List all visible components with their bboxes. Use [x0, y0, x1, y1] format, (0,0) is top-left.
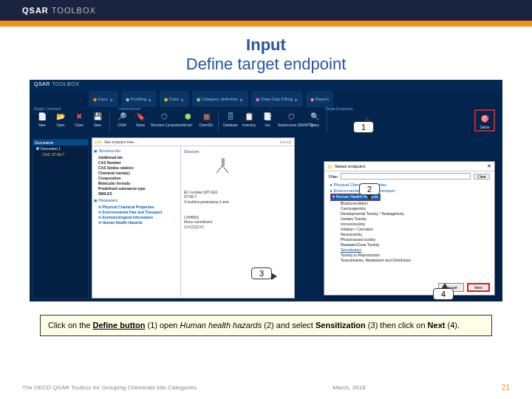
tree-item[interactable]: ⊞ Environmental Fate and Transport: [94, 209, 179, 214]
tree-item[interactable]: ⊞ Ecotoxicological Information: [94, 214, 179, 219]
wf-step-report[interactable]: ⬣ Report: [306, 91, 333, 107]
toolbar: 📄New 📂Open ✖Close 💾Save 🔎CAS# 🔖Name ⬡Str…: [34, 109, 495, 134]
tool-sep-1: [109, 109, 110, 132]
tool-open[interactable]: 📂Open: [52, 109, 69, 127]
endpoint-item[interactable]: Photoinduced toxicity: [341, 237, 488, 242]
tree-item[interactable]: Additional Ids: [94, 154, 179, 160]
tree-item[interactable]: Molecular formula: [94, 180, 179, 185]
callout-2: 2: [359, 183, 380, 195]
folder-icon: ▸📁: [95, 140, 102, 144]
endpoint-item[interactable]: Toxicity to Reproduction: [341, 253, 488, 258]
app-logo: QSAR TOOLBOX: [34, 81, 79, 86]
title-sub: Define target endpoint: [0, 55, 532, 74]
dialog-close-button[interactable]: ✕: [487, 163, 491, 169]
clear-button[interactable]: Clear: [474, 174, 490, 180]
callout-4: 4: [433, 288, 454, 300]
panel-breadcrumb: ▸📁 See endpoint tree… [struct]: [92, 138, 294, 146]
filter-label: Filter: [329, 174, 338, 179]
tool-close[interactable]: ✖Close: [71, 109, 87, 127]
tree-item[interactable]: Chemical name(s): [94, 170, 179, 175]
workflow-row: ⬣ Input▶ ⬣ Profiling▶ ⬣ Data▶ ⬣ Category…: [89, 91, 495, 107]
tree-doc-1[interactable]: Document 1: [33, 146, 88, 151]
wf-step-category[interactable]: ⬣ Category definition▶: [192, 91, 249, 107]
folder-icon: 📁: [327, 164, 332, 169]
tree-cas-1[interactable]: CAS: 57-06-7: [33, 151, 88, 157]
app-titlebar: [30, 80, 502, 90]
title-main: Input: [0, 35, 532, 55]
tool-sep-2: [218, 109, 219, 132]
endpoint-item[interactable]: Neurotoxicity: [341, 232, 488, 237]
tool-substructure[interactable]: ⬡Substructure (SMARTS): [278, 109, 304, 127]
tool-inventory[interactable]: 📋Inventory: [241, 109, 257, 127]
dialog-titlebar: 📁 Select endpoint ✕: [324, 162, 494, 171]
endpoint-item[interactable]: Irritation / Corrosion: [341, 227, 488, 232]
tree-item[interactable]: SMILES: [94, 191, 179, 196]
brand-prefix: QSAR: [22, 6, 49, 15]
instruction-box: Click on the Define button (1) open Huma…: [40, 315, 492, 336]
filter-input[interactable]: [341, 173, 471, 180]
tool-list[interactable]: 📑List: [259, 109, 276, 127]
svg-line-0: [216, 166, 222, 173]
tool-new[interactable]: 📄New: [34, 109, 50, 127]
tool-smart[interactable]: ⬢Smart: [180, 109, 196, 127]
slide-footer: The OECD QSAR Toolbox for Grouping Chemi…: [0, 383, 532, 392]
documents-panel: Documents Document 1 CAS: 57-06-7: [33, 139, 89, 299]
tree-root-eft[interactable]: ▸ Environmental Fate and Transport: [330, 188, 488, 194]
endpoint-item[interactable]: Developmental Toxicity / Teratogenicity: [341, 211, 488, 216]
documents-tab[interactable]: Documents: [33, 140, 88, 146]
wf-step-gapfill[interactable]: ⬣ Data Gap Filling▶: [251, 91, 303, 107]
callout-3: 3: [251, 267, 272, 279]
wf-step-profiling[interactable]: ⬣ Profiling▶: [121, 91, 157, 107]
tool-chemids[interactable]: ▦ChemIDs: [198, 109, 214, 127]
define-button[interactable]: 🎯Define: [477, 112, 493, 129]
hhh-children: Bioaccumulation Carcinogenicity Developm…: [330, 201, 488, 263]
tree-item[interactable]: Composition: [94, 175, 179, 180]
endpoint-item-sensitisation[interactable]: Sensitisation: [341, 248, 488, 253]
select-endpoint-dialog: 📁 Select endpoint ✕ Filter Clear ▸ Physi…: [324, 161, 495, 296]
page-number: 21: [502, 383, 510, 392]
tree-item[interactable]: ⊞ Physical Chemical Properties: [94, 204, 179, 209]
endpoint-item[interactable]: Immunotoxicity: [341, 222, 488, 227]
tree-item[interactable]: Predefined substance type: [94, 185, 179, 191]
tree-root-hhh[interactable]: ▾ Human Health Hazards: [330, 194, 488, 201]
doc-tree[interactable]: ▣ Structure info Additional Ids CAS Numb…: [92, 146, 181, 297]
structure-drawing: [214, 155, 236, 177]
endpoint-item[interactable]: Carcinogenicity: [341, 206, 488, 211]
structure-header: Structure: [184, 149, 291, 154]
tree-root-pcp[interactable]: ▸ Physical Chemical Properties: [330, 183, 488, 188]
target-endpoint-group: 🎯Define: [474, 109, 495, 132]
slide-header-bar: QSAR TOOLBOX: [0, 0, 532, 21]
slide-title-area: Input Define target endpoint: [0, 35, 532, 74]
endpoint-item[interactable]: Genetic Toxicity: [341, 216, 488, 222]
tree-item[interactable]: CAS Number: [94, 160, 179, 165]
brand-logo: QSAR TOOLBOX: [22, 6, 96, 15]
tool-name[interactable]: 🔖Name: [132, 109, 149, 127]
tree-item[interactable]: CAS Smiles relation: [94, 165, 179, 170]
endpoint-tree[interactable]: ▸ Physical Chemical Properties ▸ Environ…: [324, 181, 494, 265]
footer-left: The OECD QSAR Toolbox for Grouping Chemi…: [22, 384, 197, 391]
endpoint-item[interactable]: Repeated Dose Toxicity: [341, 242, 488, 248]
footer-date: March, 2018: [332, 384, 365, 391]
endpoint-item[interactable]: Bioaccumulation: [341, 201, 488, 206]
svg-line-1: [222, 166, 228, 173]
accent-bar: [0, 21, 532, 27]
endpoint-item[interactable]: Toxicokinetics, Metabolism and Distribut…: [341, 258, 488, 263]
filter-row: Filter Clear: [324, 171, 494, 181]
next-button[interactable]: Next: [467, 283, 490, 292]
wf-step-input[interactable]: ⬣ Input▶: [89, 91, 118, 107]
wf-step-data[interactable]: ⬣ Data▶: [160, 91, 188, 107]
tool-structure[interactable]: ⬡Structure Composition: [151, 109, 177, 127]
tool-database[interactable]: 🗄Database: [222, 109, 239, 127]
tool-query[interactable]: 🔍Query: [307, 109, 323, 127]
tree-item[interactable]: ⊞ Human Health Hazards: [94, 219, 179, 225]
brand-suffix: TOOLBOX: [52, 6, 96, 15]
tool-cas[interactable]: 🔎CAS#: [114, 109, 130, 127]
tool-save[interactable]: 💾Save: [89, 109, 106, 127]
doc-icon: [36, 147, 39, 150]
callout-1: 1: [353, 121, 374, 133]
tool-sep-3: [327, 109, 327, 132]
